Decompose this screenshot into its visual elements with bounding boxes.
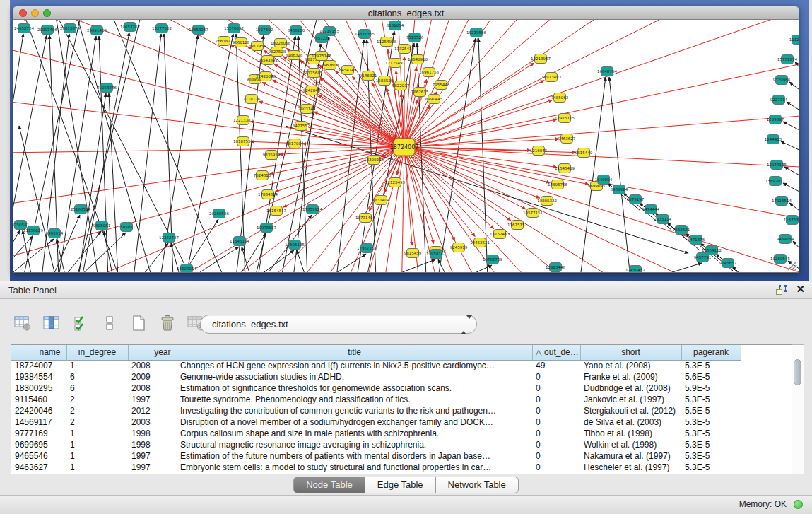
- close-window-button[interactable]: [19, 9, 27, 17]
- tab-node-table[interactable]: Node Table: [293, 477, 365, 493]
- graph-node[interactable]: 20206586: [209, 209, 229, 218]
- graph-node[interactable]: 10653267: [189, 25, 208, 35]
- table-row[interactable]: 946362711997Embryonic stem cells: a mode…: [11, 462, 741, 473]
- graph-node[interactable]: 1209387: [767, 115, 784, 124]
- graph-node[interactable]: 12450452: [625, 266, 645, 273]
- graph-node[interactable]: 1244413: [765, 135, 782, 144]
- graph-node[interactable]: 11675151: [507, 221, 527, 230]
- graph-node[interactable]: 2935114: [654, 215, 672, 224]
- graph-node[interactable]: 16961758: [419, 68, 439, 77]
- table-mode-icon[interactable]: [11, 310, 34, 336]
- select-all-icon[interactable]: [69, 310, 92, 336]
- float-window-icon[interactable]: [775, 285, 788, 296]
- graph-node[interactable]: 8131054: [387, 21, 404, 30]
- graph-node[interactable]: 9245919: [450, 243, 468, 252]
- graph-hub-node[interactable]: 18724007: [390, 139, 419, 156]
- node-table[interactable]: namein_degreeyeartitle△ out_de…shortpage…: [11, 344, 792, 474]
- graph-node[interactable]: 9474444: [642, 205, 660, 214]
- table-row[interactable]: 977716911998Corpus callosum shape and si…: [11, 428, 741, 439]
- row-height-icon[interactable]: [98, 310, 121, 336]
- table-row[interactable]: 946554611997Estimation of the future num…: [11, 450, 741, 462]
- graph-node[interactable]: 11254908: [377, 37, 396, 47]
- graph-node[interactable]: 9227314: [770, 95, 788, 105]
- new-file-icon[interactable]: [127, 310, 150, 336]
- column-header-6[interactable]: pagerank: [681, 345, 741, 360]
- column-header-2[interactable]: year: [128, 345, 177, 360]
- graph-node[interactable]: 12044135: [767, 160, 787, 170]
- column-header-0[interactable]: name: [11, 345, 66, 360]
- minimize-window-button[interactable]: [31, 9, 39, 17]
- graph-node[interactable]: 9815440: [575, 148, 593, 158]
- graph-node[interactable]: 7505051: [118, 223, 136, 232]
- close-panel-icon[interactable]: ✕: [796, 283, 805, 296]
- table-row[interactable]: 969969511998Structural magnetic resonanc…: [11, 439, 741, 450]
- table-row[interactable]: 1830029562008Estimation of significance …: [11, 382, 741, 394]
- graph-node[interactable]: 8938924: [611, 185, 628, 194]
- graph-node[interactable]: 7955446: [433, 81, 450, 90]
- graph-node[interactable]: 1527602: [256, 25, 273, 35]
- graph-node[interactable]: 12125491: [385, 59, 405, 68]
- graph-node[interactable]: 15751874: [777, 55, 797, 64]
- graph-node[interactable]: 17016514: [772, 197, 792, 206]
- graph-node[interactable]: 1588520: [376, 76, 394, 86]
- graph-node[interactable]: 1862615: [411, 88, 429, 97]
- graph-node[interactable]: 20091406: [37, 25, 57, 35]
- graph-node[interactable]: 9329966: [773, 76, 791, 85]
- graph-node[interactable]: 7663822: [216, 37, 233, 46]
- table-row[interactable]: 1872400712008Changes of HCN gene express…: [11, 360, 741, 371]
- graph-node[interactable]: 12213967: [531, 54, 551, 64]
- network-canvas[interactable]: 7663822966012839129541822605816543392982…: [13, 20, 799, 273]
- graph-node[interactable]: 10973493: [541, 73, 561, 82]
- graph-node[interactable]: 2718176: [243, 95, 261, 104]
- graph-node[interactable]: 9305914: [46, 229, 64, 238]
- graph-node[interactable]: 12342737: [159, 233, 179, 243]
- graph-node[interactable]: 9827508: [269, 47, 286, 57]
- graph-node[interactable]: 10805332: [537, 197, 557, 206]
- graph-node[interactable]: 9817004: [286, 139, 304, 148]
- table-row[interactable]: 1456911722003Disruption of a novel membe…: [11, 416, 741, 428]
- graph-node[interactable]: 1640954: [595, 175, 613, 185]
- delete-icon[interactable]: [156, 310, 179, 336]
- table-selector-dropdown[interactable]: citations_edges.txt: [200, 315, 477, 334]
- graph-node[interactable]: 1167535: [784, 216, 799, 225]
- table-row[interactable]: 2242004622012Investigating the contribut…: [11, 405, 741, 416]
- graph-node[interactable]: 8186328: [286, 51, 303, 60]
- graph-node[interactable]: 9146821: [360, 71, 377, 81]
- graph-node[interactable]: 9660128: [233, 38, 250, 47]
- graph-node[interactable]: 20053346: [97, 83, 117, 93]
- graph-node[interactable]: 9815459: [404, 249, 422, 258]
- column-header-5[interactable]: short: [580, 345, 681, 360]
- graph-node[interactable]: 15277002: [152, 24, 172, 33]
- graph-node[interactable]: 14671355: [355, 30, 375, 39]
- resize-handle-icon[interactable]: [786, 259, 797, 271]
- graph-node[interactable]: 7824313: [254, 171, 271, 180]
- graph-node[interactable]: 8466160: [288, 26, 305, 35]
- graph-node[interactable]: 11545409: [555, 164, 575, 173]
- graph-node[interactable]: 2967608: [322, 61, 339, 70]
- network-window-titlebar[interactable]: citations_edges.txt: [13, 6, 799, 20]
- table-row[interactable]: 911546021997Tourette syndrome. Phenomeno…: [11, 394, 741, 405]
- graph-node[interactable]: 8990445: [425, 95, 443, 104]
- graph-node[interactable]: 12452521: [470, 238, 490, 247]
- graph-node[interactable]: 7485063: [551, 93, 569, 103]
- column-header-3[interactable]: title: [177, 345, 532, 360]
- tab-network-table[interactable]: Network Table: [436, 477, 519, 493]
- graph-node[interactable]: 16782759: [483, 255, 502, 264]
- graph-node[interactable]: 18107554: [233, 137, 253, 146]
- graph-node[interactable]: 10577151: [523, 209, 543, 218]
- zoom-window-button[interactable]: [43, 9, 51, 17]
- graph-node[interactable]: 9822037: [392, 81, 410, 90]
- graph-node[interactable]: 12505135: [285, 240, 305, 250]
- graph-node[interactable]: 15692071: [765, 177, 785, 186]
- graph-node[interactable]: 9463627: [558, 134, 576, 144]
- graph-node[interactable]: 12923448: [546, 263, 565, 272]
- graph-node[interactable]: 13325419: [394, 45, 414, 54]
- graph-node[interactable]: 9469254: [777, 235, 794, 244]
- graph-node[interactable]: 12213383: [233, 116, 253, 125]
- graph-node[interactable]: 3912954: [249, 42, 266, 51]
- graph-node[interactable]: 9245652: [719, 259, 737, 268]
- graph-node[interactable]: 15152453: [490, 230, 510, 239]
- graph-node[interactable]: 18226058: [271, 39, 290, 48]
- column-select-icon[interactable]: [40, 310, 63, 336]
- graph-node[interactable]: 10975887: [257, 223, 276, 233]
